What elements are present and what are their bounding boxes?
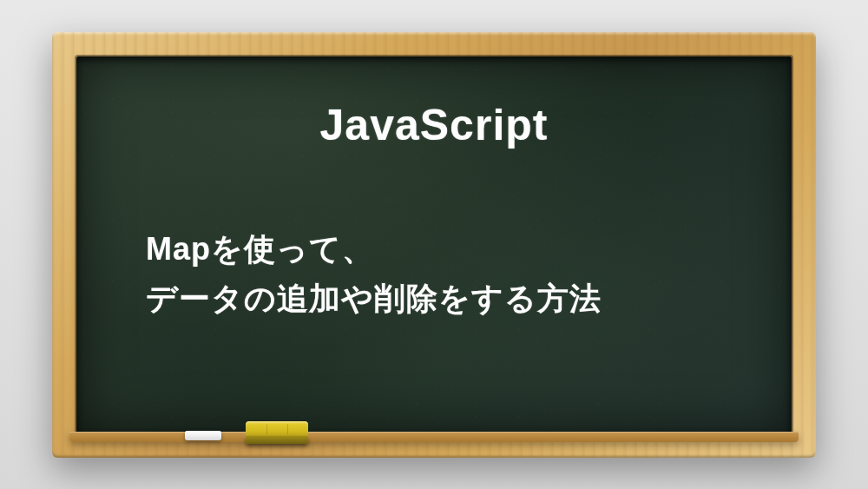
subtitle-line-2: データの追加や削除をする方法 <box>146 274 748 324</box>
subtitle-line-1: Mapを使って、 <box>146 224 748 274</box>
board-subtitle: Mapを使って、 データの追加や削除をする方法 <box>146 224 748 324</box>
blackboard-frame: JavaScript Mapを使って、 データの追加や削除をする方法 <box>52 32 816 458</box>
blackboard: JavaScript Mapを使って、 データの追加や削除をする方法 <box>76 56 792 433</box>
chalk-tray <box>69 432 799 442</box>
eraser-icon <box>246 421 308 444</box>
board-title: JavaScript <box>120 100 748 150</box>
chalk-icon <box>185 431 221 440</box>
